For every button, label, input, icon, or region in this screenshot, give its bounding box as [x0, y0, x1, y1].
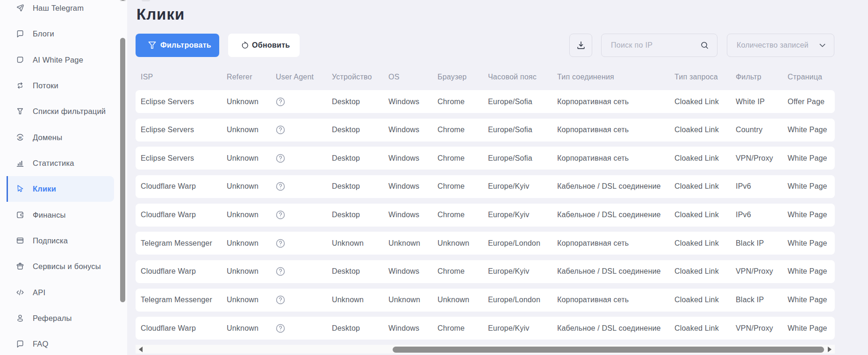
- svg-text:W: W: [19, 135, 22, 139]
